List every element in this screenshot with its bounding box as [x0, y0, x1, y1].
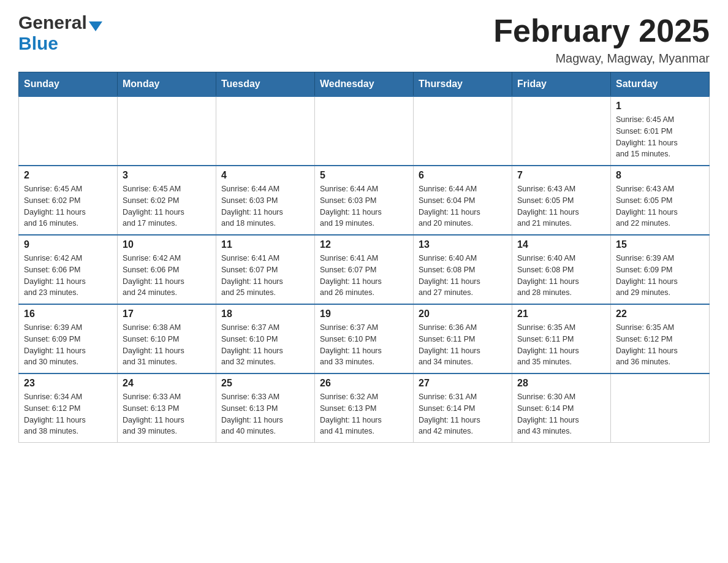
calendar-day-cell: 7Sunrise: 6:43 AM Sunset: 6:05 PM Daylig… [512, 166, 611, 235]
day-info: Sunrise: 6:45 AM Sunset: 6:01 PM Dayligh… [616, 114, 704, 160]
day-info: Sunrise: 6:41 AM Sunset: 6:07 PM Dayligh… [320, 253, 408, 299]
day-number: 27 [419, 378, 507, 389]
calendar-day-cell [414, 96, 512, 166]
calendar-day-cell: 9Sunrise: 6:42 AM Sunset: 6:06 PM Daylig… [19, 235, 118, 304]
calendar-header-tuesday: Tuesday [216, 72, 315, 97]
day-number: 25 [221, 378, 309, 389]
day-number: 7 [517, 170, 605, 181]
calendar-week-row: 9Sunrise: 6:42 AM Sunset: 6:06 PM Daylig… [19, 235, 710, 304]
day-info: Sunrise: 6:30 AM Sunset: 6:14 PM Dayligh… [517, 391, 605, 437]
day-info: Sunrise: 6:37 AM Sunset: 6:10 PM Dayligh… [320, 322, 408, 368]
day-info: Sunrise: 6:37 AM Sunset: 6:10 PM Dayligh… [221, 322, 309, 368]
day-number: 5 [320, 170, 408, 181]
calendar-day-cell: 14Sunrise: 6:40 AM Sunset: 6:08 PM Dayli… [512, 235, 611, 304]
day-number: 16 [24, 308, 112, 320]
page-header: General Blue February 2025 Magway, Magwa… [18, 12, 710, 66]
calendar-day-cell: 20Sunrise: 6:36 AM Sunset: 6:11 PM Dayli… [414, 304, 512, 373]
calendar-week-row: 23Sunrise: 6:34 AM Sunset: 6:12 PM Dayli… [19, 373, 710, 443]
day-number: 23 [24, 378, 112, 389]
calendar-day-cell: 12Sunrise: 6:41 AM Sunset: 6:07 PM Dayli… [315, 235, 414, 304]
title-section: February 2025 Magway, Magway, Myanmar [493, 12, 710, 66]
calendar-day-cell: 15Sunrise: 6:39 AM Sunset: 6:09 PM Dayli… [611, 235, 710, 304]
calendar-week-row: 16Sunrise: 6:39 AM Sunset: 6:09 PM Dayli… [19, 304, 710, 373]
calendar-table: SundayMondayTuesdayWednesdayThursdayFrid… [18, 72, 710, 443]
day-number: 22 [616, 308, 704, 320]
day-number: 1 [616, 101, 704, 112]
day-info: Sunrise: 6:34 AM Sunset: 6:12 PM Dayligh… [24, 391, 112, 437]
day-info: Sunrise: 6:45 AM Sunset: 6:02 PM Dayligh… [123, 183, 211, 229]
logo-general-text: General [18, 12, 87, 33]
calendar-header-friday: Friday [512, 72, 611, 97]
day-info: Sunrise: 6:35 AM Sunset: 6:11 PM Dayligh… [517, 322, 605, 368]
calendar-day-cell: 2Sunrise: 6:45 AM Sunset: 6:02 PM Daylig… [19, 166, 118, 235]
day-info: Sunrise: 6:31 AM Sunset: 6:14 PM Dayligh… [419, 391, 507, 437]
logo-blue-text: Blue [18, 33, 58, 53]
day-number: 24 [123, 378, 211, 389]
day-number: 14 [517, 239, 605, 250]
calendar-day-cell: 27Sunrise: 6:31 AM Sunset: 6:14 PM Dayli… [414, 373, 512, 443]
day-info: Sunrise: 6:40 AM Sunset: 6:08 PM Dayligh… [419, 253, 507, 299]
day-number: 18 [221, 308, 309, 320]
day-info: Sunrise: 6:42 AM Sunset: 6:06 PM Dayligh… [24, 253, 112, 299]
calendar-day-cell: 17Sunrise: 6:38 AM Sunset: 6:10 PM Dayli… [118, 304, 216, 373]
calendar-day-cell: 1Sunrise: 6:45 AM Sunset: 6:01 PM Daylig… [611, 96, 710, 166]
calendar-day-cell: 26Sunrise: 6:32 AM Sunset: 6:13 PM Dayli… [315, 373, 414, 443]
day-info: Sunrise: 6:42 AM Sunset: 6:06 PM Dayligh… [123, 253, 211, 299]
calendar-day-cell: 4Sunrise: 6:44 AM Sunset: 6:03 PM Daylig… [216, 166, 315, 235]
calendar-day-cell: 13Sunrise: 6:40 AM Sunset: 6:08 PM Dayli… [414, 235, 512, 304]
calendar-day-cell [19, 96, 118, 166]
calendar-day-cell: 10Sunrise: 6:42 AM Sunset: 6:06 PM Dayli… [118, 235, 216, 304]
calendar-day-cell: 19Sunrise: 6:37 AM Sunset: 6:10 PM Dayli… [315, 304, 414, 373]
logo: General Blue [18, 12, 102, 54]
day-number: 2 [24, 170, 112, 181]
calendar-day-cell: 11Sunrise: 6:41 AM Sunset: 6:07 PM Dayli… [216, 235, 315, 304]
calendar-header-saturday: Saturday [611, 72, 710, 97]
day-info: Sunrise: 6:32 AM Sunset: 6:13 PM Dayligh… [320, 391, 408, 437]
day-info: Sunrise: 6:33 AM Sunset: 6:13 PM Dayligh… [123, 391, 211, 437]
day-info: Sunrise: 6:44 AM Sunset: 6:03 PM Dayligh… [320, 183, 408, 229]
day-number: 9 [24, 239, 112, 250]
day-number: 19 [320, 308, 408, 320]
location-text: Magway, Magway, Myanmar [493, 52, 710, 66]
calendar-day-cell: 8Sunrise: 6:43 AM Sunset: 6:05 PM Daylig… [611, 166, 710, 235]
day-number: 28 [517, 378, 605, 389]
day-number: 15 [616, 239, 704, 250]
calendar-day-cell: 24Sunrise: 6:33 AM Sunset: 6:13 PM Dayli… [118, 373, 216, 443]
day-number: 26 [320, 378, 408, 389]
day-info: Sunrise: 6:43 AM Sunset: 6:05 PM Dayligh… [517, 183, 605, 229]
calendar-day-cell [216, 96, 315, 166]
day-number: 11 [221, 239, 309, 250]
calendar-day-cell: 25Sunrise: 6:33 AM Sunset: 6:13 PM Dayli… [216, 373, 315, 443]
calendar-day-cell [512, 96, 611, 166]
calendar-header-monday: Monday [118, 72, 216, 97]
day-number: 21 [517, 308, 605, 320]
day-info: Sunrise: 6:38 AM Sunset: 6:10 PM Dayligh… [123, 322, 211, 368]
day-info: Sunrise: 6:44 AM Sunset: 6:04 PM Dayligh… [419, 183, 507, 229]
calendar-day-cell: 3Sunrise: 6:45 AM Sunset: 6:02 PM Daylig… [118, 166, 216, 235]
day-number: 8 [616, 170, 704, 181]
calendar-day-cell: 6Sunrise: 6:44 AM Sunset: 6:04 PM Daylig… [414, 166, 512, 235]
calendar-week-row: 1Sunrise: 6:45 AM Sunset: 6:01 PM Daylig… [19, 96, 710, 166]
calendar-day-cell: 16Sunrise: 6:39 AM Sunset: 6:09 PM Dayli… [19, 304, 118, 373]
calendar-day-cell [611, 373, 710, 443]
day-info: Sunrise: 6:43 AM Sunset: 6:05 PM Dayligh… [616, 183, 704, 229]
month-title: February 2025 [493, 12, 710, 49]
day-info: Sunrise: 6:41 AM Sunset: 6:07 PM Dayligh… [221, 253, 309, 299]
logo-triangle-icon [89, 21, 102, 31]
calendar-day-cell: 22Sunrise: 6:35 AM Sunset: 6:12 PM Dayli… [611, 304, 710, 373]
calendar-header-sunday: Sunday [19, 72, 118, 97]
calendar-day-cell [118, 96, 216, 166]
day-info: Sunrise: 6:39 AM Sunset: 6:09 PM Dayligh… [24, 322, 112, 368]
day-number: 10 [123, 239, 211, 250]
calendar-day-cell: 21Sunrise: 6:35 AM Sunset: 6:11 PM Dayli… [512, 304, 611, 373]
calendar-day-cell: 18Sunrise: 6:37 AM Sunset: 6:10 PM Dayli… [216, 304, 315, 373]
day-number: 4 [221, 170, 309, 181]
day-info: Sunrise: 6:44 AM Sunset: 6:03 PM Dayligh… [221, 183, 309, 229]
day-info: Sunrise: 6:33 AM Sunset: 6:13 PM Dayligh… [221, 391, 309, 437]
day-number: 6 [419, 170, 507, 181]
day-info: Sunrise: 6:45 AM Sunset: 6:02 PM Dayligh… [24, 183, 112, 229]
day-number: 17 [123, 308, 211, 320]
calendar-day-cell: 23Sunrise: 6:34 AM Sunset: 6:12 PM Dayli… [19, 373, 118, 443]
calendar-day-cell: 5Sunrise: 6:44 AM Sunset: 6:03 PM Daylig… [315, 166, 414, 235]
calendar-day-cell: 28Sunrise: 6:30 AM Sunset: 6:14 PM Dayli… [512, 373, 611, 443]
